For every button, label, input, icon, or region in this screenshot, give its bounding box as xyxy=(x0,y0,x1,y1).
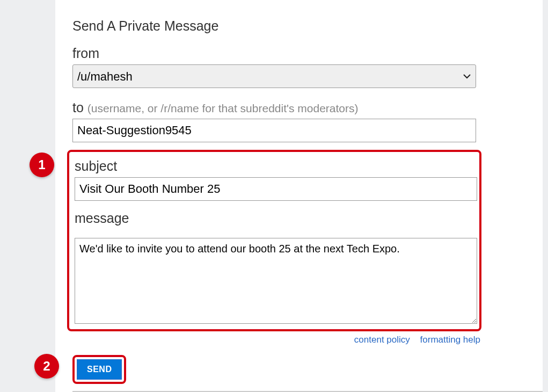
callout-badge-1: 1 xyxy=(30,153,54,177)
page-title: Send A Private Message xyxy=(72,18,525,34)
to-label: to (username, or /r/name for that subred… xyxy=(72,100,525,115)
formatting-help-link[interactable]: formatting help xyxy=(420,335,480,345)
from-select[interactable]: /u/mahesh xyxy=(72,64,476,88)
callout-badge-2: 2 xyxy=(34,354,59,379)
send-button[interactable]: SEND xyxy=(77,359,122,380)
subject-label: subject xyxy=(75,158,475,174)
subject-message-highlight: subject message xyxy=(67,150,481,331)
message-textarea[interactable] xyxy=(75,238,477,324)
to-label-text: to xyxy=(72,100,84,115)
content-policy-link[interactable]: content policy xyxy=(354,335,410,345)
from-label: from xyxy=(72,46,525,61)
to-hint: (username, or /r/name for that subreddit… xyxy=(87,102,359,114)
send-button-highlight: SEND xyxy=(72,355,126,384)
from-select-wrap: /u/mahesh xyxy=(72,64,476,88)
pm-form-panel: Send A Private Message from /u/mahesh to… xyxy=(55,0,543,392)
subject-input[interactable] xyxy=(75,177,477,201)
message-label: message xyxy=(75,210,475,226)
to-input[interactable] xyxy=(72,119,476,142)
links-row: content policy formatting help xyxy=(72,335,480,345)
